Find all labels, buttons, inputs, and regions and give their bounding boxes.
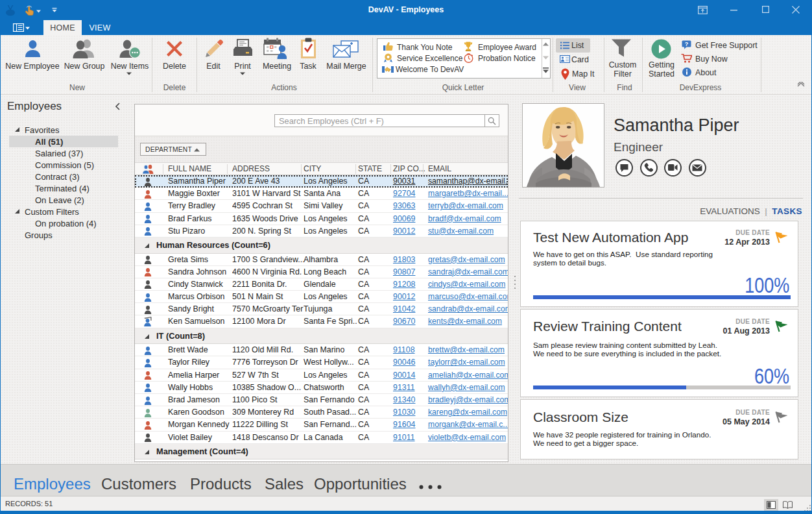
- svg-text:?: ?: [685, 41, 689, 47]
